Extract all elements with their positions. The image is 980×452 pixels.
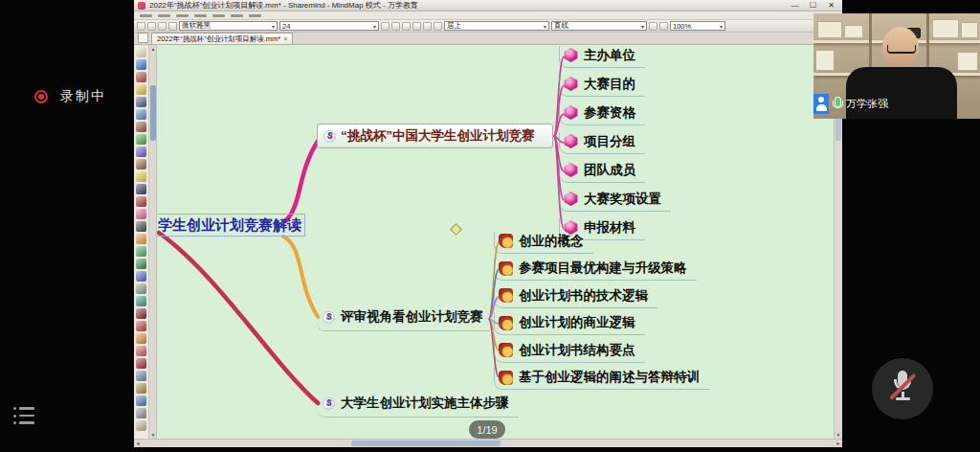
toolbar-button[interactable]: [147, 22, 156, 31]
underline-button[interactable]: [402, 22, 411, 31]
line-style-select[interactable]: 直线: [551, 21, 647, 31]
palette-scroll-thumb[interactable]: [150, 85, 156, 141]
webcam-video[interactable]: 万学张强: [813, 13, 980, 119]
palette-icon[interactable]: [136, 159, 146, 170]
mindmap-child-node[interactable]: 参赛项目最优构建与升级策略: [494, 257, 709, 284]
palette-icon[interactable]: [136, 308, 146, 319]
screen-share-window: 2022年“挑战杯”创业计划项目解读.mm* - Sharemind - Min…: [134, 0, 842, 443]
menu-item[interactable]: [176, 14, 189, 17]
palette-icon[interactable]: [136, 184, 146, 194]
menu-item[interactable]: [194, 14, 207, 17]
italic-button[interactable]: [391, 22, 400, 31]
palette-icon[interactable]: [136, 59, 146, 70]
bold-button[interactable]: [381, 22, 390, 31]
menu-item[interactable]: [249, 14, 261, 17]
palette-icon[interactable]: [136, 271, 146, 282]
palette-icon[interactable]: [136, 47, 146, 57]
palette-icon[interactable]: [136, 196, 146, 207]
child-node-label: 参赛资格: [584, 104, 635, 122]
connector-branch3: [159, 233, 318, 403]
toolbar-button[interactable]: [137, 22, 145, 31]
record-dot-icon: [34, 90, 48, 103]
menu-item[interactable]: [140, 14, 152, 17]
menu-item[interactable]: [158, 14, 170, 17]
connector-branch2: [283, 237, 318, 317]
tab-close-icon[interactable]: ×: [283, 35, 287, 42]
mindmap-child-node[interactable]: 项目分组: [559, 128, 671, 157]
palette-icon[interactable]: [136, 358, 146, 369]
palette-icon[interactable]: [136, 171, 146, 182]
zoom-out-button[interactable]: [649, 22, 657, 31]
child-node-label: 项目分组: [584, 133, 635, 150]
child-node-label: 大赛目的: [584, 76, 635, 93]
alignment-select[interactable]: 居上: [444, 21, 549, 31]
palette-icon[interactable]: [136, 408, 146, 418]
scroll-left-icon[interactable]: ◄: [134, 440, 142, 447]
palette-icon[interactable]: [136, 109, 146, 120]
mindmap-child-node[interactable]: 参赛资格: [559, 100, 671, 128]
palette-icon[interactable]: [136, 321, 146, 331]
mindmap-child-node[interactable]: 基于创业逻辑的阐述与答辩特训: [494, 366, 709, 394]
palette-icon[interactable]: [136, 333, 146, 344]
meeting-menu-button[interactable]: [13, 407, 34, 424]
mindmap-child-node[interactable]: 创业计划书的技术逻辑: [494, 283, 709, 311]
palette-icon[interactable]: [136, 246, 146, 257]
mindmap-root-node[interactable]: 学生创业计划竞赛解读: [157, 214, 305, 237]
mindmap-canvas[interactable]: 学生创业计划竞赛解读 “挑战杯”中国大学生创业计划竞赛 主办单位: [157, 45, 834, 439]
close-button[interactable]: ✕: [824, 0, 838, 11]
mindmap-child-node[interactable]: 创业的概念: [494, 229, 709, 257]
minimize-button[interactable]: —: [788, 0, 802, 11]
scroll-down-icon[interactable]: ▼: [835, 431, 842, 439]
palette-icon[interactable]: [136, 396, 146, 406]
connector-branch1: [285, 141, 318, 221]
palette-icon[interactable]: [136, 283, 146, 294]
palette-icon[interactable]: [136, 84, 146, 95]
scroll-up-icon[interactable]: ▲: [149, 45, 157, 53]
mindmap-child-node[interactable]: 主办单位: [559, 45, 671, 71]
mindmap-branch2-node[interactable]: 评审视角看创业计划竞赛: [317, 305, 493, 331]
mindmap-child-node[interactable]: 大赛奖项设置: [559, 186, 671, 215]
palette-icon[interactable]: [136, 383, 146, 394]
palette-icon[interactable]: [136, 134, 146, 145]
palette-scrollbar[interactable]: ▲ ▼: [149, 45, 157, 439]
toolbar-button[interactable]: [168, 22, 177, 31]
palette-icon[interactable]: [136, 346, 146, 356]
toolbar-button[interactable]: [423, 22, 432, 31]
scroll-right-icon[interactable]: ►: [835, 440, 842, 447]
zoom-in-button[interactable]: [659, 22, 668, 31]
palette-icon[interactable]: [136, 259, 146, 269]
palette-icon[interactable]: [136, 122, 146, 132]
zoom-level-select[interactable]: 100%: [670, 21, 725, 31]
toolbar-button[interactable]: [158, 22, 167, 31]
menu-item[interactable]: [231, 14, 243, 17]
palette-icon[interactable]: [136, 371, 146, 381]
scroll-down-icon[interactable]: ▼: [149, 431, 157, 439]
canvas-horizontal-scrollbar[interactable]: ◄ ►: [134, 439, 842, 447]
font-family-select[interactable]: 微软雅黑: [179, 21, 278, 31]
new-document-icon[interactable]: [138, 33, 148, 43]
palette-icon[interactable]: [136, 234, 146, 244]
palette-icon[interactable]: [136, 97, 146, 107]
palette-icon[interactable]: [136, 72, 146, 82]
toolbar-button[interactable]: [434, 22, 442, 31]
menu-bar: [134, 11, 842, 20]
mindmap-child-node[interactable]: 创业计划书结构要点: [494, 338, 709, 366]
mindmap-child-node[interactable]: 团队成员: [559, 157, 671, 186]
menu-item[interactable]: [212, 14, 225, 17]
participant-name: 万学张强: [846, 97, 888, 111]
palette-icon[interactable]: [136, 147, 146, 157]
document-tab[interactable]: 2022年“挑战杯”创业计划项目解读.mm* ×: [151, 33, 293, 44]
palette-icon[interactable]: [136, 221, 146, 232]
palette-icon[interactable]: [136, 209, 146, 219]
maximize-button[interactable]: ☐: [806, 0, 820, 11]
color-button[interactable]: [412, 22, 421, 31]
mindmap-branch1-node[interactable]: “挑战杯”中国大学生创业计划竞赛: [317, 124, 553, 148]
palette-icon[interactable]: [136, 296, 146, 306]
horizontal-scroll-thumb[interactable]: [351, 441, 501, 446]
font-size-select[interactable]: 24: [279, 21, 379, 31]
mindmap-branch3-node[interactable]: 大学生创业计划实施主体步骤: [317, 392, 519, 418]
mute-microphone-button[interactable]: [872, 358, 933, 419]
mindmap-child-node[interactable]: 创业计划的商业逻辑: [494, 311, 709, 339]
mindmap-child-node[interactable]: 大赛目的: [559, 71, 671, 100]
palette-icon[interactable]: [136, 420, 146, 431]
